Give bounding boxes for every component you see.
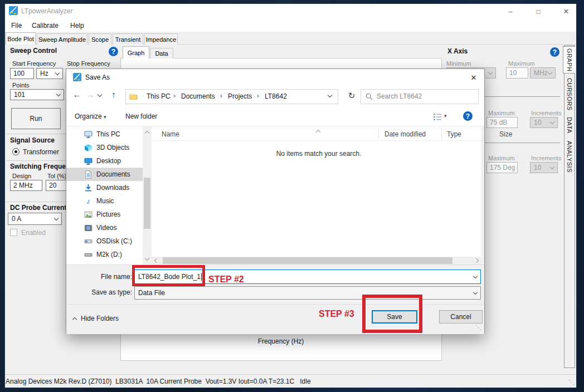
scroll-down-icon[interactable] [145,256,149,261]
menu-help[interactable]: Help [70,22,84,30]
sidebar-item-osdisk-c[interactable]: OSDisk (C:) [66,234,143,248]
help-icon[interactable]: ? [550,47,559,57]
sidebar-item-downloads[interactable]: Downloads [66,181,143,194]
column-header-type[interactable]: Type [447,130,461,138]
horizontal-scrollbar[interactable] [152,257,481,264]
sidebar-scrollbar[interactable] [143,126,151,264]
dialog-close-icon[interactable]: ✕ [464,70,483,85]
sidebar-item-m2k-d[interactable]: M2k (D:) [66,248,143,261]
column-header-date-modified[interactable]: Date modified [385,130,426,138]
tol-label: Tol (%) [47,173,66,179]
phase-increments-select[interactable]: 10 [530,162,558,173]
views-caret-icon[interactable]: ▾ [444,113,447,119]
scrollbar-thumb[interactable] [163,257,452,264]
video-icon [84,224,93,232]
save-as-type-select[interactable]: Data File [134,286,481,300]
search-icon [366,93,373,100]
graph-x-axis-label: Frequency (Hz) [233,337,328,345]
design-label: Design [12,173,31,179]
scroll-up-icon[interactable] [145,131,149,135]
chevron-down-icon [54,215,59,220]
breadcrumb-documents[interactable]: Documents [181,92,215,100]
dc-probe-current-title: DC Probe Current [10,204,66,212]
start-frequency-input[interactable]: 100 [10,68,34,79]
sidebar-item-label: 3D Objects [96,144,129,151]
start-frequency-unit-value: Hz [40,70,48,77]
scrollbar-thumb[interactable] [144,178,150,229]
tab-sweep-amplitude[interactable]: Sweep Amplitude [37,33,87,45]
os-drive-icon [84,237,93,246]
sidebar-item-this-pc[interactable]: This PC [66,128,143,141]
magnitude-increments-select[interactable]: 10 [530,117,558,128]
forward-arrow-icon[interactable]: → [85,90,96,101]
hide-folders-button[interactable]: Hide Folders [73,315,119,322]
scroll-right-icon[interactable] [474,258,479,263]
transformer-radio[interactable] [12,148,20,155]
sidebar-item-3d-objects[interactable]: 3D Objects [66,141,143,154]
column-header-name[interactable]: Name [162,130,179,138]
back-arrow-icon[interactable]: ← [71,90,82,101]
sidebar-item-videos[interactable]: Videos [66,221,143,234]
magnitude-maximum-input[interactable]: 75 dB [486,117,518,128]
x-maximum-unit-select[interactable]: MHz [530,67,556,79]
resize-grip-icon[interactable]: ⋱ [568,379,575,386]
phase-maximum-input[interactable]: 175 Deg [486,162,518,173]
menu-calibrate[interactable]: Calibrate [32,22,59,30]
start-frequency-unit-select[interactable]: Hz [36,68,63,79]
tab-data[interactable]: Data [150,48,173,58]
tab-impedance[interactable]: Impedance [144,33,178,45]
side-tab-cursors[interactable]: CURSORS [566,78,573,111]
column-separator[interactable] [441,128,442,139]
cancel-button[interactable]: Cancel [439,310,483,324]
chevron-down-icon [473,273,478,278]
points-select[interactable]: 101 [10,89,64,100]
chevron-down-icon [548,70,552,74]
x-maximum-label: Maximum [508,60,535,67]
enabled-checkbox[interactable] [10,229,17,236]
menu-file[interactable]: File [11,22,22,30]
side-tab-graph[interactable]: GRAPH [566,48,573,72]
tab-transient[interactable]: Transient [113,33,143,45]
tab-bode-plot[interactable]: Bode Plot [6,32,36,45]
phase-maximum-label: Maximum [488,155,515,161]
design-input[interactable]: 2 MHz [10,180,42,191]
help-icon[interactable]: ? [109,47,118,56]
organize-button[interactable]: Organize ▾ [75,112,106,120]
views-icon[interactable] [433,113,442,121]
sidebar-item-desktop[interactable]: Desktop [66,154,143,168]
sidebar-item-documents[interactable]: Documents [66,168,143,181]
side-tab-analysis[interactable]: ANALYSIS [566,141,573,173]
sidebar-item-pictures[interactable]: Pictures [66,208,143,221]
new-folder-button[interactable]: New folder [125,112,157,120]
run-button[interactable]: Run [11,108,61,129]
scroll-left-icon[interactable] [154,258,159,263]
minimize-button[interactable]: – [502,4,519,19]
side-tab-data[interactable]: DATA [566,117,573,134]
transformer-radio-label: Transformer [23,148,59,156]
column-header-size[interactable]: Size [499,130,512,138]
breadcrumb-separator: › [220,92,222,100]
x-maximum-input[interactable]: 10 [506,67,528,79]
app-icon [9,6,18,15]
x-minimum-label: Minimum [446,60,471,67]
x-axis-title: X Axis [447,47,468,55]
sidebar-item-music[interactable]: ♪Music [66,194,143,208]
dialog-help-icon[interactable]: ? [463,111,473,121]
breadcrumb-this-pc[interactable]: This PC [147,92,171,100]
breadcrumb-lt8642[interactable]: LT8642 [265,92,287,100]
magnitude-maximum-label: Maximum [488,110,515,116]
enabled-checkbox-label: Enabled [21,229,46,237]
dialog-resize-grip-icon[interactable]: ⋱ [475,324,481,331]
tab-scope[interactable]: Scope [89,33,111,45]
dc-probe-current-select[interactable]: 0 A [8,213,62,225]
breadcrumb-projects[interactable]: Projects [228,92,252,100]
title-bar [5,4,576,19]
up-arrow-icon[interactable]: ↑ [108,90,119,101]
breadcrumb-separator: › [257,92,259,100]
close-button[interactable]: ✕ [557,4,575,19]
tab-graph[interactable]: Graph [123,46,149,58]
refresh-icon[interactable]: ↻ [346,91,357,102]
maximize-button[interactable]: □ [529,4,547,19]
save-as-type-label: Save as type: [66,288,132,296]
column-separator[interactable] [378,128,379,139]
